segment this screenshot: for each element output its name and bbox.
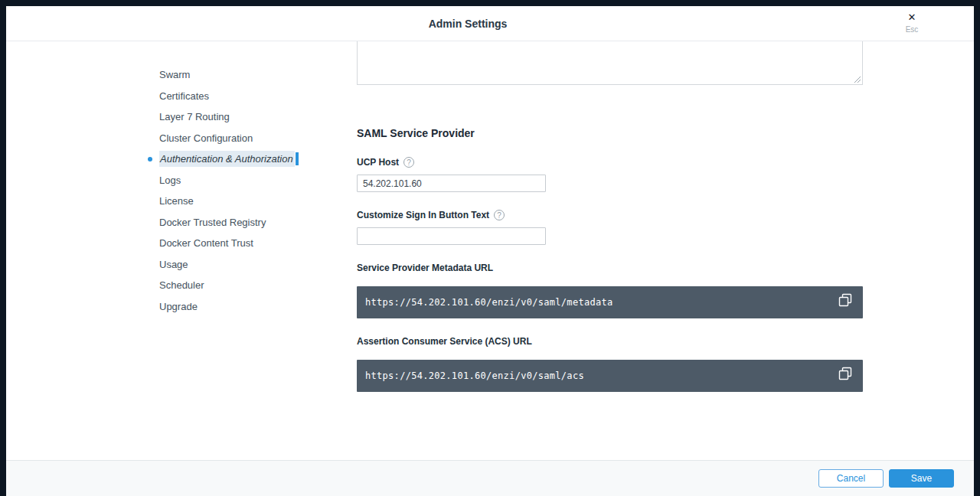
copy-icon	[838, 293, 852, 307]
sidebar-item-label: Scheduler	[159, 279, 204, 291]
sidebar-item-label: Certificates	[159, 90, 209, 102]
sidebar-item-label: Upgrade	[159, 301, 198, 312]
copy-icon	[838, 367, 852, 380]
ucp-host-label: UCP Host ?	[357, 157, 863, 168]
sign-in-button-text-input[interactable]	[357, 227, 546, 245]
acs-url-box: https://54.202.101.60/enzi/v0/saml/acs	[357, 360, 863, 392]
sidebar-item-label: Usage	[159, 259, 188, 270]
sidebar-item-usage[interactable]: Usage	[159, 254, 357, 276]
saml-idp-metadata-textarea[interactable]	[357, 41, 863, 85]
settings-content: SAML Service Provider UCP Host ? Customi…	[357, 41, 863, 460]
admin-settings-modal: Admin Settings ✕ Esc Swarm Certificates …	[6, 6, 974, 496]
active-cursor-bar	[296, 152, 299, 165]
sidebar-item-label: Authentication & Authorization	[159, 151, 295, 167]
help-icon[interactable]: ?	[494, 210, 505, 220]
page-title: Admin Settings	[429, 18, 508, 30]
modal-footer: Cancel Save	[6, 460, 974, 496]
active-bullet-icon	[148, 157, 152, 162]
sign-in-button-text-label: Customize Sign In Button Text ?	[357, 210, 863, 220]
resize-grip-icon[interactable]	[852, 74, 861, 83]
ucp-host-label-text: UCP Host	[357, 157, 399, 168]
section-title: SAML Service Provider	[357, 127, 863, 139]
modal-body: Swarm Certificates Layer 7 Routing Clust…	[6, 41, 974, 460]
sidebar-item-swarm[interactable]: Swarm	[159, 64, 357, 86]
modal-header: Admin Settings ✕ Esc	[6, 6, 974, 41]
copy-button[interactable]	[838, 366, 853, 381]
ucp-host-input[interactable]	[357, 175, 546, 192]
sidebar-item-authentication-authorization[interactable]: Authentication & Authorization	[159, 148, 357, 170]
sidebar-item-logs[interactable]: Logs	[159, 170, 357, 191]
sidebar-item-layer7-routing[interactable]: Layer 7 Routing	[159, 106, 357, 128]
sidebar-item-label: Logs	[159, 175, 181, 186]
acs-url-label-text: Assertion Consumer Service (ACS) URL	[357, 336, 532, 347]
sidebar-item-certificates[interactable]: Certificates	[159, 86, 357, 107]
metadata-url-label-text: Service Provider Metadata URL	[357, 263, 493, 273]
sidebar-item-label: Cluster Configuration	[159, 132, 253, 144]
close-icon[interactable]: ✕	[902, 12, 922, 23]
metadata-url-label: Service Provider Metadata URL	[357, 263, 863, 273]
metadata-url-box: https://54.202.101.60/enzi/v0/saml/metad…	[357, 286, 863, 318]
sidebar-item-scheduler[interactable]: Scheduler	[159, 275, 357, 296]
metadata-url-value: https://54.202.101.60/enzi/v0/saml/metad…	[365, 297, 838, 308]
sidebar-item-docker-trusted-registry[interactable]: Docker Trusted Registry	[159, 212, 357, 233]
sidebar-item-docker-content-trust[interactable]: Docker Content Trust	[159, 233, 357, 254]
sidebar-item-label: Docker Trusted Registry	[159, 217, 266, 228]
close-esc-label: Esc	[902, 25, 922, 34]
sidebar-item-label: Docker Content Trust	[159, 237, 253, 249]
sidebar-item-upgrade[interactable]: Upgrade	[159, 296, 357, 318]
close-button[interactable]: ✕ Esc	[902, 12, 922, 34]
sidebar-item-cluster-configuration[interactable]: Cluster Configuration	[159, 128, 357, 149]
sign-in-button-text-label-text: Customize Sign In Button Text	[357, 210, 489, 220]
acs-url-label: Assertion Consumer Service (ACS) URL	[357, 336, 863, 347]
acs-url-value: https://54.202.101.60/enzi/v0/saml/acs	[365, 370, 838, 381]
sidebar-item-label: Layer 7 Routing	[159, 111, 230, 122]
sidebar-item-license[interactable]: License	[159, 191, 357, 212]
copy-button[interactable]	[838, 292, 853, 308]
help-icon[interactable]: ?	[403, 157, 414, 168]
sidebar-item-label: License	[159, 195, 194, 207]
save-button[interactable]: Save	[889, 469, 954, 488]
sidebar-item-label: Swarm	[159, 69, 190, 80]
settings-sidebar: Swarm Certificates Layer 7 Routing Clust…	[6, 41, 357, 460]
cancel-button[interactable]: Cancel	[818, 469, 884, 488]
